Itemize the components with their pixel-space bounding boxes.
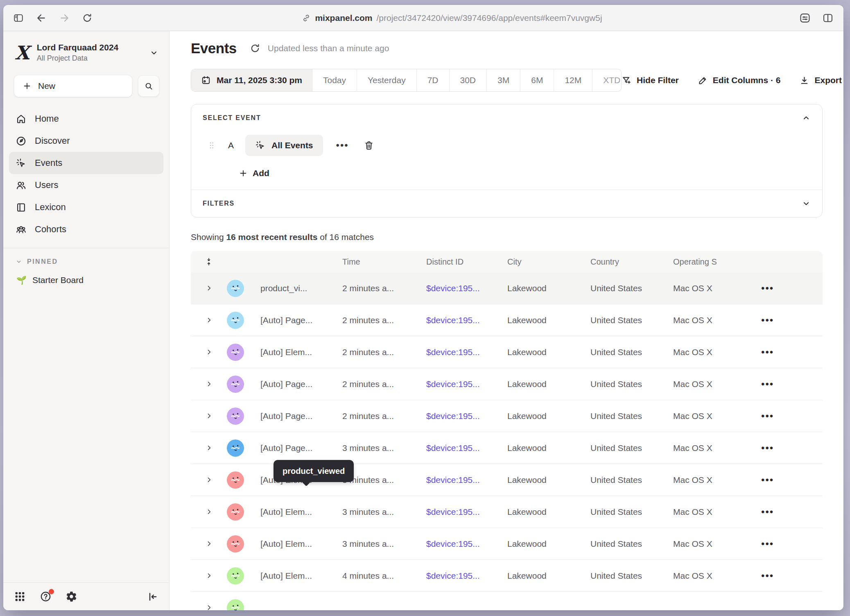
delete-event-row-button[interactable]: [364, 140, 374, 151]
row-menu-button[interactable]: •••: [756, 315, 823, 326]
collapse-section-button[interactable]: [802, 113, 811, 122]
collapse-sidebar-button[interactable]: [147, 591, 158, 602]
address-bar[interactable]: mixpanel.com/project/3472420/view/397469…: [105, 13, 799, 23]
row-menu-button[interactable]: •••: [756, 474, 823, 486]
preset-12m[interactable]: 12M: [554, 69, 592, 91]
column-header-country[interactable]: Country: [586, 257, 668, 267]
row-expand-chevron[interactable]: [201, 380, 217, 388]
new-button[interactable]: New: [14, 75, 132, 97]
row-expand-chevron[interactable]: [201, 604, 217, 610]
date-range-button[interactable]: Mar 11, 2025 3:30 pm: [191, 69, 312, 91]
column-header-time[interactable]: Time: [337, 257, 421, 267]
table-row[interactable]: [Auto] Page... 3 minutes a... $device:19…: [191, 432, 823, 464]
add-event-button[interactable]: Add: [239, 168, 811, 178]
distinct-id-link[interactable]: $device:195...: [421, 539, 502, 549]
row-expand-chevron[interactable]: [201, 508, 217, 516]
distinct-id-link[interactable]: $device:195...: [421, 379, 502, 389]
distinct-id-link[interactable]: $device:195...: [421, 443, 502, 453]
preset-7d[interactable]: 7D: [416, 69, 449, 91]
drag-handle[interactable]: [207, 140, 217, 150]
distinct-id-link[interactable]: $device:195...: [421, 283, 502, 293]
distinct-id-link[interactable]: $device:195...: [421, 347, 502, 357]
sidebar-item-lexicon[interactable]: Lexicon: [9, 196, 163, 218]
hide-filter-label: Hide Filter: [637, 75, 679, 85]
browser-tune-button[interactable]: [799, 12, 811, 24]
distinct-id-link[interactable]: $device:195...: [421, 411, 502, 421]
table-row[interactable]: [Auto] Elem... 3 minutes a... $device:19…: [191, 528, 823, 560]
row-menu-button[interactable]: •••: [756, 442, 823, 454]
row-menu-button[interactable]: •••: [756, 538, 823, 550]
back-button[interactable]: [36, 13, 47, 23]
distinct-id-link[interactable]: $device:195...: [421, 571, 502, 581]
help-button[interactable]: [40, 591, 52, 602]
column-header-distinct-id[interactable]: Distinct ID: [421, 257, 502, 267]
row-menu-button[interactable]: •••: [756, 346, 823, 358]
table-row[interactable]: [Auto] Page... 2 minutes a... $device:19…: [191, 400, 823, 432]
table-row[interactable]: [Auto] Elem... 3 minutes a... $device:19…: [191, 496, 823, 528]
hide-filter-button[interactable]: Hide Filter: [622, 75, 679, 86]
table-row[interactable]: [Auto] Page... 2 minutes a... $device:19…: [191, 304, 823, 336]
row-expand-chevron[interactable]: [201, 540, 217, 548]
sidebar-item-label: Discover: [35, 136, 70, 146]
toolbar-sidebar-toggle-button[interactable]: [13, 13, 24, 23]
row-expand-chevron[interactable]: [201, 284, 217, 292]
edit-columns-button[interactable]: Edit Columns · 6: [698, 75, 781, 86]
row-expand-chevron[interactable]: [201, 412, 217, 420]
preset-xtd-dropdown[interactable]: XTD: [592, 69, 622, 91]
event-city: Lakewood: [502, 347, 586, 357]
preset-3m[interactable]: 3M: [486, 69, 520, 91]
notification-badge: [49, 589, 54, 594]
event-row-more-button[interactable]: •••: [336, 140, 349, 151]
preset-6m[interactable]: 6M: [520, 69, 554, 91]
row-expand-chevron[interactable]: [201, 444, 217, 452]
row-expand-chevron[interactable]: [201, 476, 217, 484]
event-selector-chip[interactable]: All Events: [245, 135, 323, 156]
preset-yesterday[interactable]: Yesterday: [357, 69, 416, 91]
sidebar-item-starter-board[interactable]: 🌱 Starter Board: [3, 268, 169, 285]
table-row[interactable]: [Auto] Page... 2 minutes a... $device:19…: [191, 368, 823, 400]
preset-today[interactable]: Today: [312, 69, 357, 91]
preset-30d[interactable]: 30D: [449, 69, 487, 91]
distinct-id-link[interactable]: $device:195...: [421, 507, 502, 517]
sidebar-item-discover[interactable]: Discover: [9, 130, 163, 152]
row-menu-button[interactable]: •••: [756, 506, 823, 518]
download-icon: [799, 75, 809, 86]
expand-filters-button[interactable]: [802, 199, 811, 208]
table-row[interactable]: [Auto] Elem... 2 minutes a... $device:19…: [191, 336, 823, 368]
export-button[interactable]: Export: [799, 75, 842, 86]
event-name: product_vi...: [254, 283, 337, 293]
apps-grid-button[interactable]: [14, 591, 26, 602]
sidebar-item-cohorts[interactable]: Cohorts: [9, 218, 163, 240]
distinct-id-link[interactable]: $device:195...: [421, 315, 502, 325]
row-expand-chevron[interactable]: [201, 572, 217, 580]
refresh-button[interactable]: [250, 43, 260, 54]
column-header-os[interactable]: Operating S: [668, 257, 756, 267]
table-row[interactable]: [Auto] Elem... 4 minutes a... $device:19…: [191, 560, 823, 592]
distinct-id-link[interactable]: $device:195...: [421, 475, 502, 485]
sidebar-item-users[interactable]: Users: [9, 174, 163, 196]
sidebar-item-events[interactable]: Events: [9, 152, 163, 174]
row-expand-chevron[interactable]: [201, 316, 217, 324]
split-view-button[interactable]: [822, 12, 834, 24]
row-menu-button[interactable]: •••: [756, 378, 823, 390]
events-icon: [16, 158, 27, 169]
event-avatar: [227, 599, 244, 611]
pinned-section-header[interactable]: PINNED: [3, 248, 169, 268]
sidebar-item-home[interactable]: Home: [9, 108, 163, 130]
column-header-city[interactable]: City: [502, 257, 586, 267]
table-row[interactable]: [191, 592, 823, 610]
table-row[interactable]: product_vi... 2 minutes a... $device:195…: [191, 272, 823, 304]
collapse-all-rows-button[interactable]: [201, 257, 217, 266]
row-menu-button[interactable]: •••: [756, 410, 823, 422]
forward-button[interactable]: [59, 13, 70, 23]
row-menu-button[interactable]: •••: [756, 283, 823, 294]
updated-status: Updated less than a minute ago: [268, 43, 389, 53]
tooltip-text: product_viewed: [283, 467, 345, 476]
reload-button[interactable]: [82, 13, 93, 23]
row-expand-chevron[interactable]: [201, 348, 217, 356]
settings-gear-button[interactable]: [66, 591, 77, 602]
chevron-right-icon: [205, 540, 213, 548]
project-switcher[interactable]: X Lord Farquaad 2024 All Project Data: [3, 31, 169, 69]
row-menu-button[interactable]: •••: [756, 570, 823, 582]
search-button[interactable]: [138, 75, 159, 97]
